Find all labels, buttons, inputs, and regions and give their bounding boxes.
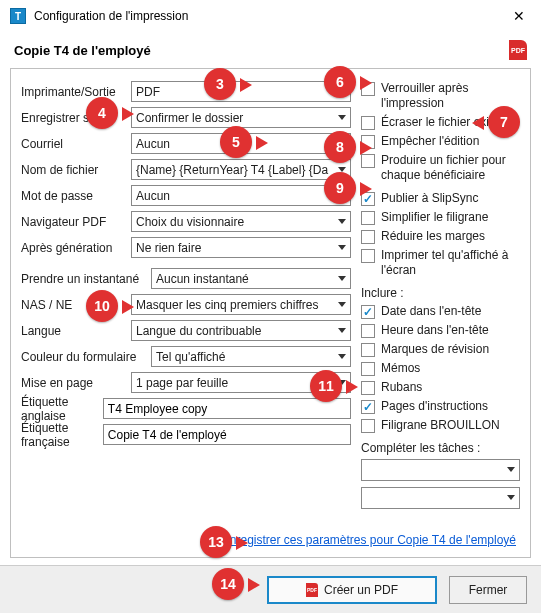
label-fr-label: Étiquette française xyxy=(21,421,103,449)
inc-datehdr-checkbox[interactable] xyxy=(361,305,375,319)
slipsync-checkbox[interactable] xyxy=(361,192,375,206)
snapshot-label: Prendre un instantané xyxy=(21,272,151,286)
email-label: Courriel xyxy=(21,137,131,151)
close-icon[interactable]: ✕ xyxy=(507,8,531,24)
sin-label: NAS / NE xyxy=(21,298,131,312)
app-icon: T xyxy=(10,8,26,24)
save-params-link[interactable]: Enregistrer ces paramètres pour Copie T4… xyxy=(222,533,516,547)
inc-revmarks-checkbox[interactable] xyxy=(361,343,375,357)
inc-ribbons-checkbox[interactable] xyxy=(361,381,375,395)
pdf-icon[interactable]: PDF xyxy=(509,40,527,60)
task-combo-1[interactable] xyxy=(361,459,520,481)
overwrite-checkbox[interactable] xyxy=(361,116,375,130)
label-en-label: Étiquette anglaise xyxy=(21,395,103,423)
inc-memos-checkbox[interactable] xyxy=(361,362,375,376)
aftergen-label: Après génération xyxy=(21,241,131,255)
pdf-mini-icon: PDF xyxy=(306,583,318,597)
layout-combo[interactable]: 1 page par feuille xyxy=(131,372,351,393)
aftergen-combo[interactable]: Ne rien faire xyxy=(131,237,351,258)
close-button[interactable]: Fermer xyxy=(449,576,527,604)
titlebar: T Configuration de l'impression ✕ xyxy=(0,0,541,32)
task-combo-2[interactable] xyxy=(361,487,520,509)
formcolor-combo[interactable]: Tel qu'affiché xyxy=(151,346,351,367)
label-fr-input[interactable] xyxy=(103,424,351,445)
save-params-link-row: Enregistrer ces paramètres pour Copie T4… xyxy=(222,533,516,547)
noedit-checkbox[interactable] xyxy=(361,135,375,149)
inc-timehdr-checkbox[interactable] xyxy=(361,324,375,338)
viewer-combo[interactable]: Choix du visionnaire xyxy=(131,211,351,232)
simplify-checkbox[interactable] xyxy=(361,211,375,225)
right-column: Verrouiller après l'impression Écraser l… xyxy=(361,81,520,515)
inc-draft-checkbox[interactable] xyxy=(361,419,375,433)
asis-checkbox[interactable] xyxy=(361,249,375,263)
password-combo[interactable]: Aucun xyxy=(131,185,351,206)
saveas-combo[interactable]: Confirmer le dossier xyxy=(131,107,351,128)
password-label: Mot de passe xyxy=(21,189,131,203)
lang-combo[interactable]: Langue du contribuable xyxy=(131,320,351,341)
lang-label: Langue xyxy=(21,324,131,338)
saveas-label: Enregistrer sous xyxy=(21,111,131,125)
create-pdf-button[interactable]: PDF Créer un PDF xyxy=(267,576,437,604)
printer-label: Imprimante/Sortie xyxy=(21,85,131,99)
page-title: Copie T4 de l'employé xyxy=(14,43,509,58)
include-title: Inclure : xyxy=(361,286,520,300)
settings-panel: Imprimante/Sortie PDF Enregistrer sous C… xyxy=(10,68,531,558)
filename-combo[interactable]: {Name} {ReturnYear} T4 {Label} {Da xyxy=(131,159,351,180)
footer: PDF Créer un PDF Fermer xyxy=(0,565,541,613)
sin-combo[interactable]: Masquer les cinq premiers chiffres xyxy=(131,294,351,315)
snapshot-combo[interactable]: Aucun instantané xyxy=(151,268,351,289)
left-column: Imprimante/Sortie PDF Enregistrer sous C… xyxy=(21,81,351,515)
perben-checkbox[interactable] xyxy=(361,154,375,168)
subtitle-row: Copie T4 de l'employé PDF xyxy=(0,32,541,68)
layout-label: Mise en page xyxy=(21,376,131,390)
window-title: Configuration de l'impression xyxy=(34,9,507,23)
filename-label: Nom de fichier xyxy=(21,163,131,177)
tasks-title: Compléter les tâches : xyxy=(361,441,520,455)
printer-combo[interactable]: PDF xyxy=(131,81,351,102)
lock-checkbox[interactable] xyxy=(361,82,375,96)
formcolor-label: Couleur du formulaire xyxy=(21,350,151,364)
email-combo[interactable]: Aucun xyxy=(131,133,351,154)
inc-instr-checkbox[interactable] xyxy=(361,400,375,414)
viewer-label: Navigateur PDF xyxy=(21,215,131,229)
label-en-input[interactable] xyxy=(103,398,351,419)
margins-checkbox[interactable] xyxy=(361,230,375,244)
